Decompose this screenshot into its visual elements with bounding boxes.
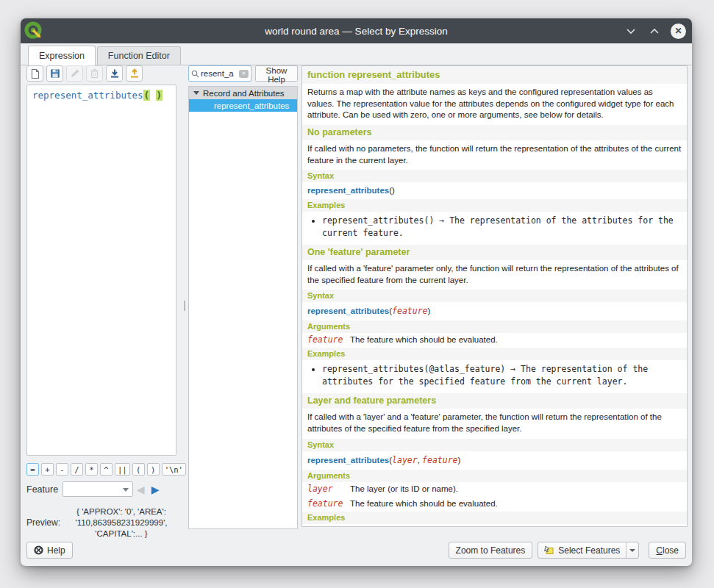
section1-syntax: represent_attributes()	[302, 182, 687, 199]
close-button[interactable]: Close	[649, 542, 686, 559]
example-item: represent_attributes('atlas_layer', @atl…	[322, 527, 682, 528]
section1-examples-label: Examples	[302, 199, 687, 212]
panel-splitter[interactable]	[182, 65, 188, 529]
import-arrow-icon	[110, 68, 120, 79]
op-minus-button[interactable]: -	[56, 463, 68, 476]
preview-value: { 'APPROX': '0', 'AREA': '110,8639582319…	[63, 506, 179, 539]
tab-bar: Expression Function Editor	[21, 43, 692, 65]
zoom-to-features-label: Zoom to Features	[456, 545, 526, 556]
function-list-panel: ✕ Show Help Record and Attributes repres…	[188, 65, 298, 529]
op-multiply-button[interactable]: *	[85, 463, 98, 476]
help-icon	[34, 545, 43, 555]
op-open-paren-button[interactable]: (	[132, 463, 145, 476]
close-button-label: Close	[656, 545, 679, 556]
op-concat-button[interactable]: ||	[115, 463, 130, 476]
clear-search-icon[interactable]: ✕	[239, 70, 249, 78]
argument-row: feature The feature which should be eval…	[302, 497, 687, 512]
syntax2-close: )	[428, 306, 431, 315]
help-intro: Returns a map with the attribute names a…	[302, 84, 687, 125]
arrow-glyph: →	[510, 364, 515, 374]
section2-syntax-label: Syntax	[302, 290, 687, 302]
function-search-input[interactable]	[201, 69, 239, 78]
expression-toolbar	[26, 65, 182, 82]
feature-label: Feature	[26, 484, 58, 495]
close-window-icon[interactable]: ✕	[671, 24, 686, 39]
preview-label: Preview:	[26, 517, 60, 528]
example2-code: represent_attributes(@atlas_feature)	[322, 364, 505, 374]
section-title-no-parameters: No parameters	[302, 125, 687, 140]
tab-function-editor[interactable]: Function Editor	[97, 46, 181, 65]
section-title-layer-and-feature-parameters: Layer and feature parameters	[302, 393, 687, 409]
syntax3-arg-layer: layer	[392, 455, 418, 465]
expression-panel: represent_attributes( ) = + - / * ^ || (…	[26, 65, 182, 529]
select-by-expression-dialog: world round area — Select by Expression …	[21, 18, 692, 566]
save-icon	[50, 68, 60, 79]
section1-body: If called with no parameters, the functi…	[302, 140, 687, 170]
shade-icon[interactable]	[624, 24, 638, 38]
new-file-icon	[30, 68, 40, 79]
delete-expression-button[interactable]	[86, 65, 103, 82]
argument-row: layer The layer (or its ID or name).	[302, 482, 687, 497]
section3-examples: represent_attributes('atlas_layer', @atl…	[302, 524, 687, 528]
tree-group-record-and-attributes[interactable]: Record and Attributes	[189, 87, 297, 99]
op-plus-button[interactable]: +	[41, 463, 54, 476]
section3-arguments-label: Arguments	[302, 470, 687, 482]
trash-icon	[90, 68, 99, 79]
syntax2-arg-feature: feature	[392, 306, 427, 316]
section3-body: If called with a 'layer' and a 'feature'…	[302, 409, 687, 438]
feature-combobox[interactable]	[63, 481, 133, 497]
syntax1-parens: ()	[389, 186, 395, 195]
expression-close-paren: )	[156, 90, 163, 101]
expression-space	[150, 90, 156, 101]
feature-row: Feature ◀ ▶	[26, 481, 182, 497]
op-close-paren-button[interactable]: )	[147, 463, 160, 476]
previous-feature-button[interactable]: ◀	[133, 482, 148, 497]
arg-layer-desc: The layer (or its ID or name).	[350, 484, 458, 495]
syntax3-arg-feature: feature	[422, 455, 457, 465]
tree-group-label: Record and Attributes	[203, 89, 285, 98]
function-tree: Record and Attributes represent_attribut…	[188, 86, 298, 529]
select-features-split-button: Select Features	[538, 542, 639, 559]
save-expression-button[interactable]	[46, 65, 63, 82]
expression-open-paren: (	[143, 90, 151, 101]
section-title-one-feature-parameter: One 'feature' parameter	[302, 245, 687, 260]
example1-code: represent_attributes()	[322, 215, 434, 226]
section2-syntax: represent_attributes(feature)	[302, 302, 687, 320]
arg-feature-desc: The feature which should be evaluated.	[350, 498, 498, 509]
help-button-label: Help	[47, 545, 65, 556]
tab-expression[interactable]: Expression	[28, 46, 96, 65]
select-features-dropdown[interactable]	[626, 542, 638, 558]
section1-examples: represent_attributes() → The representat…	[302, 212, 687, 245]
op-divide-button[interactable]: /	[71, 463, 83, 476]
show-help-button[interactable]: Show Help	[255, 65, 298, 82]
edit-expression-button[interactable]	[66, 65, 83, 82]
search-icon	[191, 70, 199, 78]
select-features-button[interactable]: Select Features	[538, 542, 626, 558]
maximize-icon[interactable]	[647, 24, 662, 38]
expression-editor[interactable]: represent_attributes( )	[26, 85, 176, 456]
arg-layer-name: layer	[307, 484, 350, 495]
syntax3-close: )	[458, 456, 461, 465]
syntax3-function-name: represent_attributes	[307, 456, 389, 465]
next-feature-button[interactable]: ▶	[148, 482, 163, 497]
section2-body: If called with a 'feature' parameter onl…	[302, 260, 687, 290]
help-button[interactable]: Help	[26, 542, 73, 559]
export-expressions-button[interactable]	[126, 65, 143, 82]
section1-syntax-label: Syntax	[302, 170, 687, 182]
section2-arguments-label: Arguments	[302, 320, 687, 333]
op-power-button[interactable]: ^	[100, 463, 113, 476]
tree-item-represent-attributes[interactable]: represent_attributes	[189, 99, 297, 112]
section3-syntax-label: Syntax	[302, 439, 687, 451]
zoom-to-features-button[interactable]: Zoom to Features	[449, 542, 533, 559]
arg-feature-desc: The feature which should be evaluated.	[350, 334, 498, 345]
window-title: world round area — Select by Expression	[21, 26, 692, 37]
example-item: represent_attributes() → The representat…	[322, 215, 682, 240]
select-features-icon	[544, 545, 554, 555]
section3-examples-label: Examples	[302, 512, 687, 524]
export-arrow-icon	[129, 68, 140, 79]
import-expressions-button[interactable]	[106, 65, 123, 82]
argument-row: feature The feature which should be eval…	[302, 333, 687, 348]
new-expression-button[interactable]	[26, 65, 43, 82]
op-equals-button[interactable]: =	[26, 463, 39, 476]
titlebar[interactable]: world round area — Select by Expression …	[21, 18, 692, 43]
